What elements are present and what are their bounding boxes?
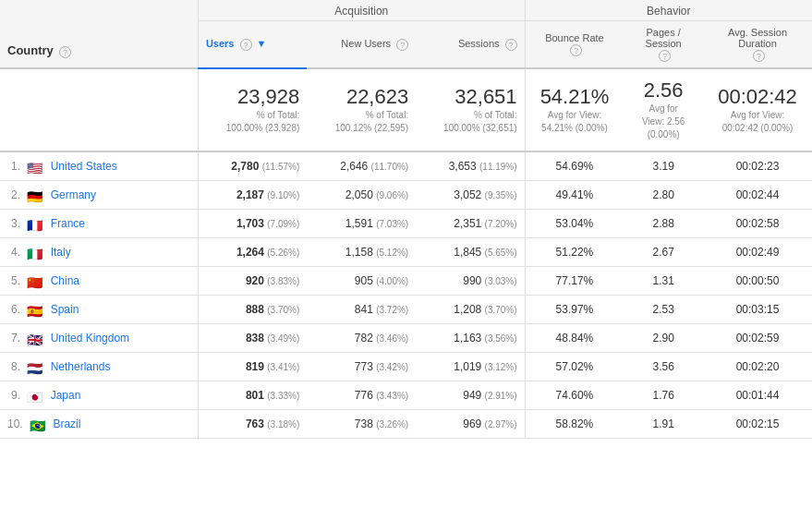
row-users: 920 xyxy=(246,274,264,287)
country-link[interactable]: United States xyxy=(51,160,117,173)
table-row: 3. 🇫🇷 France 1,703 (7.09%) 1,591 (7.03%)… xyxy=(0,209,812,237)
row-flag: 🇨🇳 xyxy=(27,275,43,286)
row-bounce: 77.17% xyxy=(556,274,594,287)
total-newusers-sub-b: 100.12% (22,595) xyxy=(335,123,409,133)
total-sessions-sub-b: 100.00% (32,651) xyxy=(443,123,517,133)
totals-row: 23,928 % of Total: 100.00% (23,928) 22,6… xyxy=(0,68,812,151)
table-row: 1. 🇺🇸 United States 2,780 (11.57%) 2,646… xyxy=(0,151,812,181)
row-rank: 4. xyxy=(7,246,20,259)
row-users-pct: (3.41%) xyxy=(267,362,299,372)
row-sessions-pct: (7.20%) xyxy=(485,219,517,229)
row-sessions: 949 xyxy=(463,389,481,402)
row-newusers: 773 xyxy=(355,360,373,373)
country-link[interactable]: Brazil xyxy=(53,417,80,430)
row-users: 1,264 xyxy=(236,246,264,259)
row-newusers: 776 xyxy=(355,389,373,402)
row-sessions-pct: (3.12%) xyxy=(485,362,517,372)
row-newusers: 782 xyxy=(355,332,373,345)
table-row: 2. 🇩🇪 Germany 2,187 (9.10%) 2,050 (9.06%… xyxy=(0,180,812,209)
table-row: 5. 🇨🇳 China 920 (3.83%) 905 (4.00%) 990 … xyxy=(0,266,812,295)
row-pages: 3.56 xyxy=(652,360,673,373)
row-sessions: 1,208 xyxy=(454,303,481,316)
total-newusers-sub-a: % of Total: xyxy=(366,110,409,120)
row-newusers-pct: (9.06%) xyxy=(376,190,408,200)
sessions-help-icon[interactable]: ? xyxy=(505,39,517,51)
country-link[interactable]: France xyxy=(51,217,85,230)
row-newusers-pct: (7.03%) xyxy=(376,219,408,229)
table-row: 10. 🇧🇷 Brazil 763 (3.18%) 738 (3.26%) 96… xyxy=(0,409,812,438)
duration-help-icon[interactable]: ? xyxy=(753,50,765,62)
row-sessions: 1,163 xyxy=(454,332,481,345)
row-bounce: 54.69% xyxy=(556,160,594,173)
row-users: 888 xyxy=(246,303,264,316)
row-newusers-pct: (11.70%) xyxy=(371,162,409,172)
row-users: 801 xyxy=(246,389,264,402)
row-flag: 🇺🇸 xyxy=(27,161,43,172)
row-users: 838 xyxy=(246,332,264,345)
row-sessions: 2,351 xyxy=(454,217,481,230)
pages-col-header: Pages / Session xyxy=(646,27,682,49)
country-link[interactable]: Spain xyxy=(51,303,79,316)
row-avgsession: 00:02:58 xyxy=(736,217,780,230)
bounce-help-icon[interactable]: ? xyxy=(570,44,582,56)
acquisition-group-label: Acquisition xyxy=(334,5,388,18)
row-avgsession: 00:02:44 xyxy=(736,188,780,201)
row-newusers-pct: (4.00%) xyxy=(376,276,408,286)
analytics-table: Country ? Acquisition Behavior Users ? ▼ xyxy=(0,0,812,439)
row-bounce: 57.02% xyxy=(556,360,594,373)
row-rank: 9. xyxy=(7,389,20,402)
users-sort-icon[interactable]: ▼ xyxy=(257,38,267,49)
row-sessions: 1,019 xyxy=(454,360,481,373)
row-users: 763 xyxy=(246,417,264,430)
row-newusers: 1,591 xyxy=(345,217,373,230)
row-sessions-pct: (11.19%) xyxy=(479,162,517,172)
row-rank: 2. xyxy=(7,188,20,201)
country-link[interactable]: Netherlands xyxy=(51,360,111,373)
row-flag: 🇫🇷 xyxy=(27,218,43,229)
row-flag: 🇬🇧 xyxy=(27,333,43,344)
total-sessions: 32,651 xyxy=(423,85,516,109)
behavior-group-label: Behavior xyxy=(647,5,690,18)
row-rank: 5. xyxy=(7,274,20,287)
row-bounce: 51.22% xyxy=(556,246,594,259)
row-avgsession: 00:00:50 xyxy=(736,274,780,287)
table-row: 9. 🇯🇵 Japan 801 (3.33%) 776 (3.43%) 949 … xyxy=(0,381,812,409)
row-sessions-pct: (9.35%) xyxy=(485,190,517,200)
total-avg-sub-a: Avg for View: xyxy=(731,110,785,120)
total-avgsession: 00:02:42 xyxy=(710,85,805,109)
country-link[interactable]: Italy xyxy=(51,246,71,259)
row-flag: 🇯🇵 xyxy=(27,390,43,401)
table-row: 6. 🇪🇸 Spain 888 (3.70%) 841 (3.72%) 1,20… xyxy=(0,295,812,323)
row-sessions: 969 xyxy=(463,417,481,430)
pages-help-icon[interactable]: ? xyxy=(659,50,671,62)
users-help-icon[interactable]: ? xyxy=(240,39,252,51)
row-pages: 1.91 xyxy=(652,417,673,430)
row-users: 819 xyxy=(246,360,264,373)
total-pages-sub-b: View: 2.56 xyxy=(642,116,685,127)
total-users: 23,928 xyxy=(206,85,299,109)
country-link[interactable]: China xyxy=(51,274,79,287)
row-bounce: 53.97% xyxy=(556,303,594,316)
row-rank: 8. xyxy=(7,360,20,373)
row-users-pct: (7.09%) xyxy=(267,219,299,229)
country-link[interactable]: Japan xyxy=(51,389,81,402)
row-users: 2,187 xyxy=(236,188,264,201)
row-newusers: 1,158 xyxy=(345,246,373,259)
country-link[interactable]: United Kingdom xyxy=(51,332,129,345)
total-bounce-sub-a: Avg for View: xyxy=(548,110,602,120)
total-sessions-sub-a: % of Total: xyxy=(474,110,517,120)
row-users-pct: (11.57%) xyxy=(262,162,300,172)
country-link[interactable]: Germany xyxy=(51,188,96,201)
total-pages-sub-c: (0.00%) xyxy=(648,129,680,139)
row-rank: 6. xyxy=(7,303,20,316)
row-sessions-pct: (2.97%) xyxy=(485,419,517,429)
newusers-col-header: New Users xyxy=(341,38,391,49)
newusers-help-icon[interactable]: ? xyxy=(396,39,408,51)
users-col-header: Users xyxy=(206,38,235,49)
row-avgsession: 00:02:20 xyxy=(736,360,780,373)
row-flag: 🇩🇪 xyxy=(27,189,43,200)
country-help-icon[interactable]: ? xyxy=(59,46,71,58)
total-pages-sub-a: Avg for xyxy=(648,103,678,114)
row-newusers-pct: (3.43%) xyxy=(376,391,408,401)
row-pages: 1.31 xyxy=(652,274,673,287)
